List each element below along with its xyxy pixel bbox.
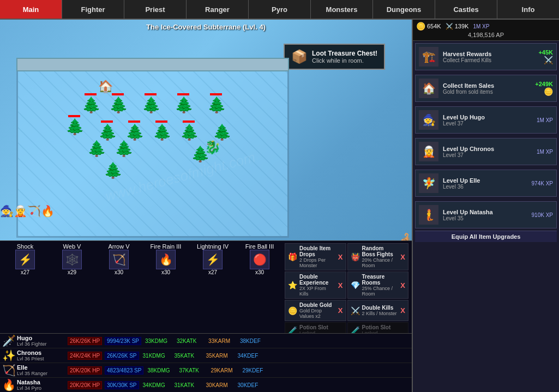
buff-gold-x: X <box>338 306 343 315</box>
buff-double-drops[interactable]: 🎁 Double Item Drops 2 Drops Per Monster … <box>285 243 346 270</box>
buff-treasure-icon: 💎 <box>351 281 360 290</box>
char-natasha-sp: 30K/30K SP <box>105 381 139 389</box>
chronos-level-icon: 🧝 <box>419 142 438 161</box>
tab-castles[interactable]: Castles <box>435 0 497 19</box>
skill-web-name: Web V <box>63 243 81 250</box>
skills-bar: Shock ⚡ x27 Web V 🕸️ x29 Arrow V 🏹 x30 F… <box>0 240 412 340</box>
char-natasha-info: Natasha Lvl 34 Pyro <box>17 379 66 391</box>
buff-drops-text: Double Item Drops 2 Drops Per Monster <box>299 245 336 268</box>
char-chronos-karm: 35KARM <box>206 353 236 359</box>
buff-treasure-x: X <box>400 281 405 290</box>
harvest-rewards-card[interactable]: 🏗️ Harvest Rewards Collect Farmed Kills … <box>415 43 557 70</box>
harvest-text: Harvest Rewards Collect Farmed Kills <box>443 51 534 63</box>
resource-row-top: 🪙 654K ⚔️ 139K 1M XP <box>416 22 556 31</box>
char-hugo-sp: 9994/23K SP <box>105 337 141 345</box>
tab-dungeons[interactable]: Dungeons <box>373 0 435 19</box>
bounty-icon: ⚔️ <box>446 23 453 30</box>
char-chronos-kdef: 34KDEF <box>238 353 268 359</box>
char-natasha[interactable]: 🔥 Natasha Lvl 34 Pyro 20K/20K HP 30K/30K… <box>0 378 412 392</box>
natasha-level-icon: 🧜 <box>419 205 438 225</box>
level-natasha-card[interactable]: 🧜 Level Up Natasha Level 35 910K XP <box>415 201 557 228</box>
harvest-bonus-icon: ⚔️ <box>538 56 553 64</box>
bounty-display: ⚔️ 139K <box>446 23 469 30</box>
gold-display: 🪙 654K <box>416 22 441 31</box>
skill-web-icon: 🕸️ <box>62 250 82 269</box>
char-elle-name: Elle <box>17 364 66 371</box>
skill-firerain-name: Fire Rain III <box>151 243 182 250</box>
buff-boss-text: Random Boss Fights 20% Chance / Room <box>362 245 399 268</box>
buff-double-xp[interactable]: ⭐ Double Experience 2X XP From Kills X <box>285 272 346 299</box>
skill-web-count: x29 <box>68 269 76 275</box>
tab-priest[interactable]: Priest <box>124 0 187 19</box>
elle-level-sub: Level 36 <box>443 184 527 190</box>
game-background: The Ice-Covered Subterrane (Lvl. 4) 📦 Lo… <box>0 20 412 392</box>
buff-treasure[interactable]: 💎 Treasure Rooms 25% Chance / Room X <box>347 272 409 299</box>
skill-arrow-name: Arrow V <box>108 243 129 250</box>
right-panel: 🪙 654K ⚔️ 139K 1M XP 4,198,516 AP 🏗️ Har… <box>412 20 559 392</box>
buff-boss-x: X <box>400 253 405 261</box>
buff-xp-text: Double Experience 2X XP From Kills <box>299 274 336 297</box>
buff-double-kills[interactable]: ⚔️ Double Kills 2 Kills / Monster X <box>347 300 409 321</box>
char-elle[interactable]: 🏹 Elle Lvl 35 Ranger 20K/20K HP 4823/482… <box>0 363 412 378</box>
buff-xp-icon: ⭐ <box>288 281 297 290</box>
char-elle-katk: 37KATK <box>179 367 209 373</box>
skill-web[interactable]: Web V 🕸️ x29 <box>50 243 94 338</box>
char-natasha-dmg: 34KDMG <box>143 382 173 388</box>
game-view[interactable]: The Ice-Covered Subterrane (Lvl. 4) 📦 Lo… <box>0 20 412 392</box>
skill-arrow-icon: 🏹 <box>109 250 129 269</box>
char-elle-kdef: 29KDEF <box>242 367 272 373</box>
equip-header[interactable]: Equip All Item Upgrades <box>415 231 557 242</box>
char-hugo-dmg: 33KDMG <box>145 338 175 344</box>
char-elle-sp: 4823/4823 SP <box>105 366 143 375</box>
skill-arrow[interactable]: Arrow V 🏹 x30 <box>97 243 141 338</box>
tab-ranger[interactable]: Ranger <box>187 0 249 19</box>
hugo-level-icon: 🧙 <box>419 110 438 130</box>
collect-sales-card[interactable]: 🏠 Collect Item Sales Gold from sold item… <box>415 75 557 102</box>
level-elle-card[interactable]: 🧚 Level Up Elle Level 36 974K XP <box>415 170 557 197</box>
skill-lightning[interactable]: Lightning IV ⚡ x27 <box>191 243 235 338</box>
top-nav: Main Fighter Priest Ranger Pyro Monsters… <box>0 0 559 20</box>
buff-kills-x: X <box>400 306 405 315</box>
hugo-level-sub: Level 37 <box>443 120 532 126</box>
sales-icon: 🏠 <box>419 79 438 98</box>
char-hugo[interactable]: 🗡️ Hugo Lvl 36 Fighter 26K/26K HP 9994/2… <box>0 334 412 348</box>
tab-monsters[interactable]: Monsters <box>311 0 373 19</box>
char-hugo-karm: 33KARM <box>208 338 238 344</box>
resource-bar: 🪙 654K ⚔️ 139K 1M XP 4,198,516 AP <box>413 20 559 41</box>
tab-pyro[interactable]: Pyro <box>249 0 311 19</box>
elle-level-xp: 974K XP <box>532 180 553 186</box>
char-chronos-class: Lvl 36 Priest <box>17 356 66 361</box>
skill-firerain[interactable]: Fire Rain III 🔥 x30 <box>144 243 188 338</box>
tab-main[interactable]: Main <box>0 0 62 19</box>
skill-lightning-count: x27 <box>208 269 217 275</box>
char-hugo-katk: 32KATK <box>177 338 207 344</box>
level-hugo-card[interactable]: 🧙 Level Up Hugo Level 37 1M XP <box>415 106 557 134</box>
buff-kills-text: Double Kills 2 Kills / Monster <box>362 305 399 316</box>
skill-firerain-icon: 🔥 <box>156 250 176 269</box>
sales-bonus-icon: 🪙 <box>535 87 553 96</box>
buff-double-gold[interactable]: 🪙 Double Gold Gold Drop Values x2 X <box>285 300 346 321</box>
natasha-level-sub: Level 35 <box>443 215 527 221</box>
char-chronos[interactable]: ✨ Chronos Lvl 36 Priest 24K/24K HP 26K/2… <box>0 348 412 363</box>
skill-fireball[interactable]: Fire Ball III 🔴 x30 <box>238 243 281 338</box>
skill-lightning-name: Lightning IV <box>197 243 229 250</box>
skill-shock[interactable]: Shock ⚡ x27 <box>3 243 47 338</box>
chronos-level-title: Level Up Chronos <box>443 146 532 152</box>
char-natasha-name: Natasha <box>17 379 66 385</box>
char-chronos-sprite: ✨ <box>2 349 15 362</box>
skill-firerain-count: x30 <box>161 269 170 275</box>
char-natasha-class: Lvl 34 Pyro <box>17 385 66 391</box>
char-chronos-hp: 24K/24K HP <box>68 352 102 360</box>
tab-info[interactable]: Info <box>497 0 559 19</box>
buff-treasure-text: Treasure Rooms 25% Chance / Room <box>362 274 399 297</box>
char-natasha-katk: 31KATK <box>175 382 205 388</box>
buff-kills-icon: ⚔️ <box>351 306 360 315</box>
gold-value: 654K <box>427 23 441 29</box>
char-hugo-name: Hugo <box>17 335 66 341</box>
tab-fighter[interactable]: Fighter <box>62 0 124 19</box>
bounty-value: 139K <box>455 23 469 29</box>
buff-gold-text: Double Gold Gold Drop Values x2 <box>299 302 336 319</box>
level-chronos-card[interactable]: 🧝 Level Up Chronos Level 37 1M XP <box>415 138 557 165</box>
skill-shock-name: Shock <box>17 243 34 250</box>
buff-random-boss[interactable]: 👹 Random Boss Fights 20% Chance / Room X <box>347 243 409 270</box>
